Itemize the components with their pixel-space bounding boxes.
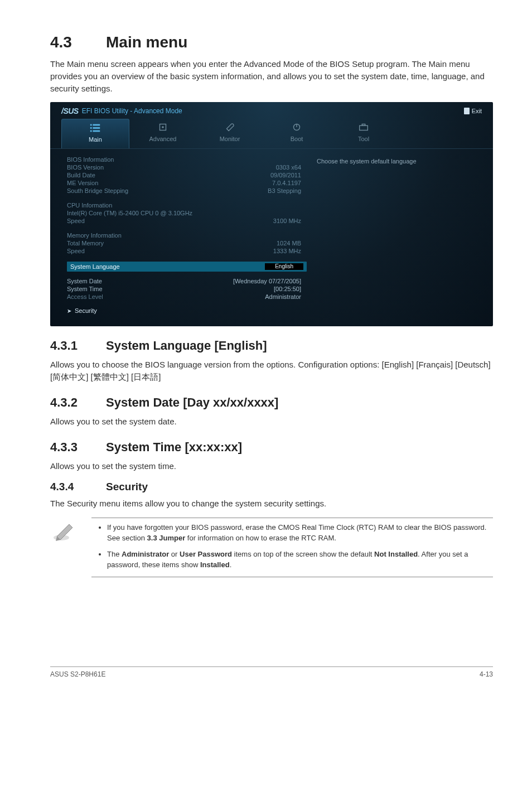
- section-number: 4.3: [50, 33, 106, 51]
- note-item: If you have forgotten your BIOS password…: [107, 523, 493, 544]
- memory-information-group: Memory Information Total Memory1024 MB S…: [67, 231, 307, 255]
- svg-rect-2: [90, 127, 92, 129]
- bios-information-group: BIOS Information BIOS Version0303 x64 Bu…: [67, 156, 307, 195]
- bios-hint-text: Choose the system default language: [317, 158, 417, 165]
- table-row: South Bridge SteppingB3 Stepping: [67, 187, 307, 195]
- tab-advanced[interactable]: Advanced: [129, 119, 196, 148]
- svg-rect-11: [362, 124, 365, 126]
- table-row: Speed1333 MHz: [67, 247, 307, 255]
- tab-label: Advanced: [149, 136, 177, 142]
- table-row: Speed3100 MHz: [67, 217, 307, 225]
- list-icon: [89, 123, 101, 133]
- security-submenu[interactable]: ➤ Security: [67, 306, 307, 315]
- tab-label: Boot: [291, 136, 303, 142]
- subsection-heading: 4.3.3System Time [xx:xx:xx]: [50, 440, 493, 455]
- table-row: Build Date09/09/2011: [67, 171, 307, 179]
- system-language-value: English: [265, 263, 303, 270]
- group-header: Memory Information: [67, 232, 122, 239]
- svg-rect-3: [93, 127, 100, 129]
- subsection-body: The Security menu items allow you to cha…: [50, 497, 493, 510]
- tab-boot[interactable]: Boot: [263, 119, 330, 148]
- bios-screenshot: /SUS EFI BIOS Utility - Advanced Mode Ex…: [50, 102, 493, 326]
- subsection-body: Allows you to set the system time.: [50, 460, 493, 472]
- group-header: BIOS Information: [67, 156, 114, 163]
- chip-icon: [157, 122, 169, 132]
- bios-main-panel: BIOS Information BIOS Version0303 x64 Bu…: [67, 156, 307, 315]
- section-heading: 4.3Main menu: [50, 33, 493, 51]
- system-language-label: System Language: [70, 263, 120, 270]
- tab-main[interactable]: Main: [61, 119, 129, 148]
- table-row: ME Version7.0.4.1197: [67, 179, 307, 187]
- toolbox-icon: [357, 122, 370, 132]
- subsection-heading: 4.3.4Security: [50, 481, 493, 493]
- tab-label: Tool: [358, 136, 369, 142]
- page-footer: ASUS S2-P8H61E 4-13: [50, 666, 493, 678]
- tab-monitor[interactable]: Monitor: [196, 119, 263, 148]
- bios-tab-bar: Main Advanced Monitor Boot Tool: [50, 119, 493, 149]
- svg-rect-4: [90, 131, 92, 132]
- note-callout: If you have forgotten your BIOS password…: [50, 518, 493, 577]
- group-header: CPU Information: [67, 202, 112, 209]
- section-intro: The Main menu screen appears when you en…: [50, 58, 493, 94]
- bios-titlebar: /SUS EFI BIOS Utility - Advanced Mode Ex…: [50, 102, 493, 119]
- svg-rect-0: [90, 124, 92, 126]
- chevron-right-icon: ➤: [67, 308, 71, 314]
- svg-rect-1: [93, 124, 100, 126]
- power-icon: [291, 122, 303, 132]
- section-title-text: Main menu: [106, 33, 187, 51]
- system-language-row[interactable]: System Language English: [67, 262, 307, 272]
- tab-label: Main: [89, 136, 102, 143]
- system-date-row[interactable]: System Date[Wednesday 07/27/2005]: [67, 277, 307, 285]
- footer-product: ASUS S2-P8H61E: [50, 670, 105, 678]
- note-item: The Administrator or User Password items…: [107, 549, 493, 571]
- cpu-information-group: CPU Information Intel(R) Core (TM) i5-24…: [67, 201, 307, 225]
- asus-logo: /SUS: [61, 107, 79, 115]
- tab-label: Monitor: [220, 136, 240, 142]
- subsection-body: Allows you to set the system date.: [50, 416, 493, 428]
- exit-button[interactable]: Exit: [464, 108, 482, 114]
- cpu-model: Intel(R) Core (TM) i5-2400 CPU 0 @ 3.10G…: [67, 210, 192, 216]
- svg-rect-5: [93, 131, 100, 132]
- exit-label: Exit: [472, 108, 482, 114]
- svg-rect-10: [360, 126, 368, 131]
- exit-icon: [464, 108, 470, 114]
- table-row: BIOS Version0303 x64: [67, 163, 307, 171]
- bios-utility-title: EFI BIOS Utility - Advanced Mode: [82, 107, 182, 115]
- pencil-note-icon: [52, 520, 77, 542]
- system-time-row[interactable]: System Time[00:25:50]: [67, 285, 307, 293]
- security-label: Security: [75, 307, 97, 314]
- footer-page-number: 4-13: [480, 670, 493, 678]
- subsection-heading: 4.3.1System Language [English]: [50, 339, 493, 353]
- subsection-heading: 4.3.2System Date [Day xx/xx/xxxx]: [50, 395, 493, 410]
- bios-hint-panel: Choose the system default language: [307, 156, 482, 315]
- access-level-row: Access LevelAdministrator: [67, 293, 307, 301]
- svg-point-7: [162, 126, 164, 128]
- wrench-icon: [224, 122, 236, 132]
- subsection-body: Allows you to choose the BIOS language v…: [50, 359, 493, 383]
- table-row: Total Memory1024 MB: [67, 239, 307, 247]
- tab-tool[interactable]: Tool: [330, 119, 397, 148]
